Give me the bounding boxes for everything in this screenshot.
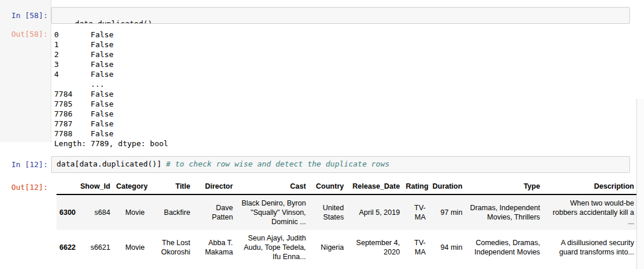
table-cell: April 5, 2019 (347, 194, 403, 230)
column-header: Country (309, 180, 347, 194)
scrollbar-divider (636, 99, 637, 269)
table-cell: Dramas, Independent Movies, Thrillers (465, 194, 543, 230)
table-cell: When two would-be robbers accidentally k… (543, 194, 637, 230)
cell2-output-prompt: Out[12]: (0, 183, 48, 192)
table-cell: A disillusioned security guard transform… (543, 230, 637, 265)
cell2-input-prompt: In [12]: (0, 160, 48, 169)
row-index: 6300 (57, 194, 76, 230)
table-cell: Seun Ajayi, Judith Audu, Tope Tedela, If… (236, 230, 309, 265)
table-cell: 97 min (428, 194, 465, 230)
cell2-code-input[interactable]: data[data.duplicated()] # to check row w… (51, 156, 630, 173)
table-cell: Backfire (147, 194, 193, 230)
table-row: 6622s6621MovieThe Lost OkoroshiAbba T. M… (57, 230, 637, 265)
table-cell: Abba T. Makama (193, 230, 235, 265)
table-cell: TV-MA (403, 194, 428, 230)
cell1-code-input[interactable]: data.duplicated() (51, 7, 630, 24)
column-header: Duration (428, 180, 465, 194)
cell2-code-text: data[data.duplicated()] (57, 160, 166, 168)
table-cell: TV-MA (403, 230, 428, 265)
table-cell: Nigeria (309, 230, 347, 265)
cell2-code-comment: # to check row wise and detect the dupli… (166, 160, 390, 168)
scrollbar-track[interactable] (637, 99, 644, 269)
cell1-output-prompt: Out[58]: (0, 30, 48, 38)
column-header: Title (147, 180, 193, 194)
column-header: Show_Id (76, 180, 113, 194)
row-index: 6622 (57, 230, 76, 265)
column-header (57, 180, 76, 194)
table-cell: Comedies, Dramas, Independent Movies (465, 230, 543, 265)
table-cell: s6621 (76, 230, 113, 265)
column-header: Category (113, 180, 147, 194)
jupyter-notebook-page: In [58]: data.duplicated() Out[58]: 0 Fa… (0, 0, 644, 269)
table-cell: Black Deniro, Byron "Squally" Vinson, Do… (236, 194, 309, 230)
cell1-code-text: data.duplicated() (75, 19, 152, 24)
column-header: Release_Date (347, 180, 403, 194)
cell1-prompt-column (0, 0, 51, 142)
table-cell: 94 min (428, 230, 465, 265)
column-header: Description (543, 180, 637, 194)
column-header: Cast (236, 180, 309, 194)
column-header: Rating (403, 180, 428, 194)
dataframe-body: 6300s684MovieBackfireDave PattenBlack De… (57, 194, 637, 265)
table-cell: Dave Patten (193, 194, 235, 230)
dataframe-table: Show_IdCategoryTitleDirectorCastCountryR… (57, 180, 637, 265)
table-cell: s684 (76, 194, 113, 230)
dataframe-output: Show_IdCategoryTitleDirectorCastCountryR… (57, 180, 637, 265)
cell1-input-prompt: In [58]: (0, 11, 48, 20)
cell1-output-text: 0 False 1 False 2 False 3 False 4 False … (54, 30, 168, 148)
dataframe-header: Show_IdCategoryTitleDirectorCastCountryR… (57, 180, 637, 194)
column-header: Director (193, 180, 235, 194)
table-row: 6300s684MovieBackfireDave PattenBlack De… (57, 194, 637, 230)
table-cell: Movie (113, 230, 147, 265)
table-cell: The Lost Okoroshi (147, 230, 193, 265)
table-cell: September 4, 2020 (347, 230, 403, 265)
column-header: Type (465, 180, 543, 194)
table-cell: United States (309, 194, 347, 230)
table-cell: Movie (113, 194, 147, 230)
